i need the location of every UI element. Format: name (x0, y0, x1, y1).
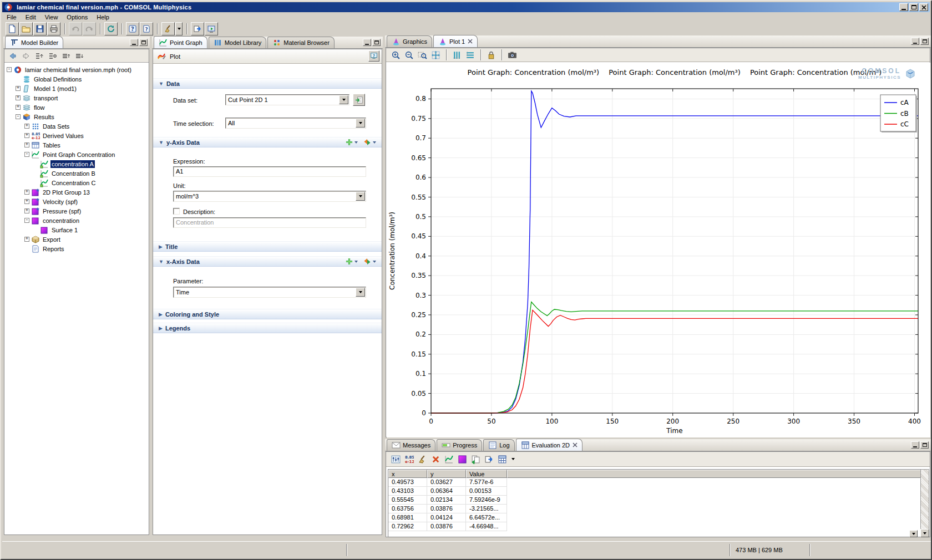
grid-x-button[interactable] (464, 49, 476, 61)
model-builder-tab[interactable]: Model Builder (5, 36, 63, 48)
tree-item-transport[interactable]: + transport (4, 93, 149, 103)
panel-maximize-button[interactable] (920, 441, 929, 449)
panel-maximize-button[interactable] (920, 38, 929, 45)
documentation-button[interactable]: ? (140, 22, 153, 35)
tree-item-export[interactable]: + Export (4, 235, 149, 244)
help-panel-button[interactable]: ? (368, 50, 379, 62)
table-format-button[interactable] (496, 453, 508, 465)
section-title-collapsed[interactable]: ▶ Title (153, 241, 382, 252)
zoom-box-button[interactable] (416, 49, 428, 61)
panel-minimize-button[interactable] (911, 441, 919, 449)
expander-icon[interactable]: + (16, 105, 21, 110)
print-button[interactable] (47, 22, 60, 35)
dataset-edit-button[interactable] (353, 94, 365, 106)
tab-model-library[interactable]: Model Library (209, 37, 267, 48)
section-x-axis-data[interactable]: ▼ x-Axis Data (153, 256, 382, 267)
close-tab-icon[interactable] (573, 442, 578, 447)
expander-icon[interactable]: + (24, 124, 29, 129)
expander-icon[interactable]: + (16, 86, 21, 91)
help-button[interactable]: ? (126, 22, 139, 35)
show-more-button[interactable] (47, 50, 59, 62)
tree-item-surface-1[interactable]: Surface 1 (4, 225, 149, 235)
tab-point-graph[interactable]: Point Graph (154, 36, 207, 48)
tree-item-data-sets[interactable]: + Data Sets (4, 121, 149, 131)
clear-table-button[interactable] (416, 453, 428, 465)
menu-options[interactable]: Options (62, 13, 92, 22)
expander-icon[interactable]: + (24, 208, 29, 213)
color-table-button[interactable] (456, 453, 468, 465)
panel-maximize-button[interactable] (139, 39, 148, 46)
move-down-button[interactable] (73, 50, 85, 62)
update-solution-button[interactable] (104, 22, 118, 35)
table-row[interactable]: 0.68981 0.04124 6.64572e... (388, 513, 921, 522)
table-row[interactable]: 0.55545 0.02134 7.59246e-9 (388, 496, 921, 505)
expander-icon[interactable]: - (7, 67, 12, 72)
undo-button[interactable] (69, 22, 82, 35)
table-toolbar-dropdown[interactable] (509, 453, 517, 465)
expander-icon[interactable]: + (24, 199, 29, 204)
section-data[interactable]: ▼ Data (153, 78, 382, 89)
precision-button[interactable]: 8.85e-12 (403, 453, 415, 465)
expander-icon[interactable]: + (24, 190, 29, 195)
zoom-in-button[interactable] (389, 49, 402, 61)
minimize-button[interactable] (899, 3, 908, 11)
section-coloring-and-style[interactable]: ▶ Coloring and Style (153, 309, 382, 319)
tab-progress[interactable]: Progress (437, 439, 482, 451)
snapshot-button[interactable] (506, 49, 518, 61)
parameter-select[interactable]: Time (173, 287, 366, 298)
tree-item-root[interactable]: - lamiar chemical final version.mph (roo… (4, 65, 149, 74)
tab-evaluation-2d[interactable]: Evaluation 2D (516, 439, 583, 451)
auto-settings-button[interactable] (389, 453, 402, 465)
tree-item-model1[interactable]: + Model 1 (mod1) (4, 84, 149, 93)
table-row[interactable]: 0.43103 0.06364 0.00153 (388, 487, 921, 496)
clear-mesh-button[interactable] (161, 22, 175, 35)
dropdown-button[interactable] (356, 288, 365, 297)
redo-button[interactable] (83, 22, 96, 35)
tree-item-velocity[interactable]: + Velocity (spf) (4, 197, 149, 206)
save-button[interactable] (33, 22, 47, 35)
copy-table-button[interactable] (469, 453, 482, 465)
clear-mesh-dropdown[interactable] (175, 22, 183, 35)
dropdown-button[interactable] (339, 95, 348, 104)
tab-plot-1[interactable]: Plot 1 (433, 35, 478, 47)
move-up-button[interactable] (60, 50, 72, 62)
menu-help[interactable]: Help (92, 13, 114, 22)
tab-graphics[interactable]: Graphics (387, 35, 432, 47)
expression-input[interactable]: A1 (173, 166, 366, 177)
tab-log[interactable]: Log (483, 439, 514, 451)
tree-item-global-definitions[interactable]: Global Definitions (4, 74, 149, 84)
panel-minimize-button[interactable] (130, 39, 138, 46)
column-header-value[interactable]: Value (466, 470, 507, 478)
menu-edit[interactable]: Edit (21, 13, 40, 22)
tree-item-flow[interactable]: + flow (4, 103, 149, 112)
expander-icon[interactable]: - (24, 152, 29, 157)
table-row[interactable]: 0.72962 0.03876 -4.66948... (388, 522, 921, 531)
maximize-button[interactable] (909, 3, 918, 11)
tree-item-concentration-c[interactable]: Concentration C (4, 178, 149, 187)
close-tab-icon[interactable] (468, 39, 473, 44)
dropdown-button[interactable] (356, 192, 365, 201)
lock-axes-button[interactable] (485, 49, 497, 61)
section-y-axis-data[interactable]: ▼ y-Axis Data (153, 137, 382, 147)
description-checkbox[interactable] (173, 208, 180, 215)
tab-material-browser[interactable]: Material Browser (267, 37, 335, 48)
menu-view[interactable]: View (40, 13, 63, 22)
replace-expression-button[interactable] (363, 139, 376, 146)
expander-icon[interactable]: - (24, 218, 29, 223)
table-scrollbar[interactable] (920, 469, 929, 537)
time-selection-select[interactable]: All (225, 118, 366, 129)
tree-item-reports[interactable]: Reports (4, 244, 149, 253)
export-table-button[interactable] (483, 453, 495, 465)
tree-item-concentration-a[interactable]: concentration A (4, 159, 149, 169)
scrollbar-down-button[interactable] (920, 529, 929, 537)
expander-icon[interactable]: - (16, 114, 21, 119)
tree-item-tables[interactable]: + Tables (4, 140, 149, 150)
unit-select[interactable]: mol/m^3 (173, 191, 366, 202)
zoom-extents-button[interactable] (429, 49, 442, 61)
concentration-plot[interactable]: 05010015020025030035040000.050.10.150.20… (387, 63, 930, 437)
close-button[interactable] (919, 3, 928, 11)
section-legends[interactable]: ▶ Legends (153, 323, 382, 333)
tree-item-point-graph-concentration[interactable]: - Point Graph Concentration (4, 150, 149, 159)
tree-forward-button[interactable] (20, 50, 32, 62)
plot-table-button[interactable] (443, 453, 455, 465)
